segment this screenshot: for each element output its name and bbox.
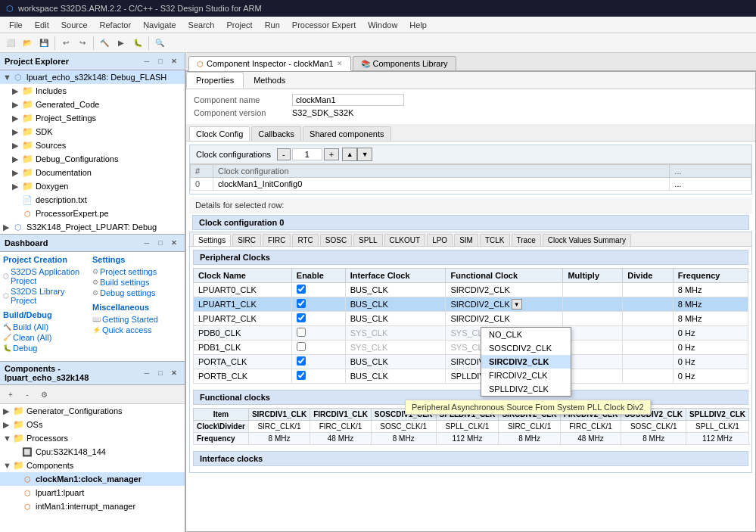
- comp-tree-components[interactable]: ▼ 📁 Components: [0, 459, 185, 472]
- toolbar-search[interactable]: 🔍: [152, 36, 167, 51]
- tree-item-debug-conf[interactable]: ▶ 📁 Debug_Configurations: [0, 152, 185, 166]
- toolbar-build[interactable]: 🔨: [97, 36, 112, 51]
- cell-enable[interactable]: [291, 297, 345, 312]
- dropdown-item-noclk[interactable]: NO_CLK: [481, 328, 571, 341]
- tab-component-inspector[interactable]: ⬡ Component Inspector - clockMan1 ✕: [188, 56, 351, 71]
- enable-checkbox[interactable]: [297, 299, 306, 308]
- tree-item-generated[interactable]: ▶ 📁 Generated_Code: [0, 98, 185, 111]
- sub-tab-shared[interactable]: Shared components: [303, 126, 390, 141]
- comp-tree-lpuart[interactable]: ▶ ⬡ lpuart1:lpuart: [0, 486, 185, 499]
- sub-tab-callbacks[interactable]: Callbacks: [251, 126, 301, 141]
- tree-item-pe[interactable]: ▶ ⬡ ProcessorExpert.pe: [0, 207, 185, 220]
- stab-sirc[interactable]: SIRC: [232, 234, 261, 246]
- menu-help[interactable]: Help: [403, 19, 433, 31]
- menu-source[interactable]: Source: [55, 19, 94, 31]
- close-icon[interactable]: ✕: [168, 55, 180, 67]
- toolbar-run[interactable]: ▶: [114, 36, 129, 51]
- stab-spll[interactable]: SPLL: [353, 234, 382, 246]
- comp-remove-btn[interactable]: -: [20, 387, 35, 402]
- expand-icon[interactable]: ▶: [12, 168, 21, 178]
- clock-row-6[interactable]: PORTB_CLK BUS_CLK SPLLDIV2_CLK 0 Hz: [194, 369, 748, 384]
- dropdown-item-soscdiv2[interactable]: SOSCDIV2_CLK: [481, 341, 571, 355]
- tree-item-project2[interactable]: ▶ ⬡ S32K148_Project_LPUART: Debug: [0, 220, 185, 234]
- dash-link-project-settings[interactable]: ⚙ Project settings: [92, 266, 182, 277]
- enable-checkbox[interactable]: [297, 313, 306, 322]
- expand-icon[interactable]: ▼: [3, 461, 12, 470]
- close-icon3[interactable]: ✕: [168, 367, 180, 379]
- stab-lpo[interactable]: LPO: [427, 234, 453, 246]
- dash-link-quick-access[interactable]: ⚡ Quick access: [92, 325, 182, 335]
- toolbar-debug[interactable]: 🐛: [130, 36, 145, 51]
- dash-link-build[interactable]: 🔨 Build (All): [3, 322, 92, 332]
- expand-icon[interactable]: ▶: [12, 86, 21, 96]
- comp-settings-btn[interactable]: ⚙: [36, 387, 51, 402]
- comp-add-btn[interactable]: +: [3, 387, 18, 402]
- expand-icon[interactable]: ▶: [12, 114, 21, 123]
- maximize-icon3[interactable]: □: [154, 367, 166, 379]
- clock-row-3[interactable]: PDB0_CLK SYS_CLK SYS_CLK 0 Hz: [194, 326, 748, 341]
- comp-tree-gen[interactable]: ▶ 📁 Generator_Configurations: [0, 404, 185, 418]
- expand-icon[interactable]: ▼: [3, 434, 12, 443]
- comp-tree-clockman[interactable]: ▶ ⬡ clockMan1:clock_manager: [0, 472, 185, 486]
- functional-clock-dropdown[interactable]: NO_CLK SOSCDIV2_CLK SIRCDIV2_CLK FIRCDIV…: [481, 327, 571, 397]
- tree-item-description[interactable]: ▶ 📄 description.txt: [0, 193, 185, 207]
- menu-run[interactable]: Run: [259, 19, 286, 31]
- toolbar-save[interactable]: 💾: [36, 36, 51, 51]
- menu-edit[interactable]: Edit: [29, 19, 55, 31]
- expand-icon[interactable]: ▶: [3, 406, 12, 416]
- tab-methods[interactable]: Methods: [244, 72, 295, 89]
- dash-link-lib-project[interactable]: ⬡ S32DS Library Project: [3, 286, 92, 306]
- dash-link-debug-settings[interactable]: ⚙ Debug settings: [92, 288, 182, 298]
- close-icon2[interactable]: ✕: [168, 237, 180, 249]
- remove-clock-btn[interactable]: -: [277, 148, 291, 160]
- tree-item-doc[interactable]: ▶ 📁 Documentation: [0, 166, 185, 179]
- comp-tree-os[interactable]: ▶ 📁 OSs: [0, 418, 185, 431]
- menu-search[interactable]: Search: [182, 19, 221, 31]
- cell-functional[interactable]: SIRCDIV2_CLK ▼: [446, 297, 563, 312]
- cell-enable[interactable]: [291, 326, 345, 341]
- menu-processor-expert[interactable]: Processor Expert: [286, 19, 362, 31]
- cell-enable[interactable]: [291, 355, 345, 369]
- stab-rtc[interactable]: RTC: [292, 234, 318, 246]
- minimize-icon2[interactable]: ─: [141, 237, 153, 249]
- clock-count-input[interactable]: [292, 148, 322, 160]
- sub-tab-clock-config[interactable]: Clock Config: [189, 126, 250, 141]
- tree-item-includes[interactable]: ▶ 📁 Includes: [0, 84, 185, 98]
- tree-item-sdk[interactable]: ▶ 📁 SDK: [0, 125, 185, 138]
- stab-sosc[interactable]: SOSC: [320, 234, 352, 246]
- stab-settings[interactable]: Settings: [193, 234, 231, 246]
- dash-link-getting-started[interactable]: 📖 Getting Started: [92, 314, 182, 325]
- dropdown-item-fircdiv2[interactable]: FIRCDIV2_CLK: [481, 369, 571, 382]
- clock-row-5[interactable]: PORTA_CLK BUS_CLK SIRCDIV2_CLK 0 Hz: [194, 355, 748, 369]
- stab-sim[interactable]: SIM: [454, 234, 478, 246]
- menu-project[interactable]: Project: [220, 19, 258, 31]
- menu-navigate[interactable]: Navigate: [137, 19, 182, 31]
- expand-icon[interactable]: ▶: [3, 420, 12, 430]
- cell-enable[interactable]: [291, 283, 345, 297]
- cell-enable[interactable]: [291, 312, 345, 326]
- toolbar-open[interactable]: 📂: [20, 36, 35, 51]
- comp-tree-intman[interactable]: ▶ ⬡ intMan1:interrupt_manager: [0, 499, 185, 512]
- minimize-icon3[interactable]: ─: [141, 367, 153, 379]
- nav-up-btn[interactable]: ▲: [342, 148, 357, 161]
- clock-row-0[interactable]: LPUART0_CLK BUS_CLK SIRCDIV2_CLK 8 MHz: [194, 283, 748, 297]
- comp-tree-cpu[interactable]: ▶ 🔲 Cpu:S32K148_144: [0, 445, 185, 459]
- expand-icon[interactable]: ▶: [12, 154, 21, 164]
- dash-link-build-settings[interactable]: ⚙ Build settings: [92, 277, 182, 288]
- minimize-icon[interactable]: ─: [141, 55, 153, 67]
- stab-clock-values[interactable]: Clock Values Summary: [543, 234, 631, 246]
- expand-icon[interactable]: ▶: [12, 182, 21, 191]
- component-name-input[interactable]: [292, 94, 404, 106]
- enable-checkbox[interactable]: [297, 356, 306, 366]
- tree-item-doxygen[interactable]: ▶ 📁 Doxygen: [0, 179, 185, 193]
- expand-icon[interactable]: ▶: [12, 100, 21, 110]
- enable-checkbox[interactable]: [297, 328, 306, 337]
- clock-row-4[interactable]: PDB1_CLK SYS_CLK SYS_CLK 0 Hz: [194, 341, 748, 355]
- dropdown-item-splldiv2[interactable]: SPLLDIV2_CLK: [481, 382, 571, 396]
- add-clock-btn[interactable]: +: [324, 148, 339, 160]
- dash-link-app-project[interactable]: ⬡ S32DS Application Project: [3, 266, 92, 286]
- clock-config-row[interactable]: 0 clockMan1_InitConfig0 ...: [191, 178, 751, 191]
- toolbar-new[interactable]: ⬜: [3, 36, 18, 51]
- functional-dropdown-btn[interactable]: ▼: [512, 299, 522, 310]
- dash-link-debug[interactable]: 🐛 Debug: [3, 343, 92, 353]
